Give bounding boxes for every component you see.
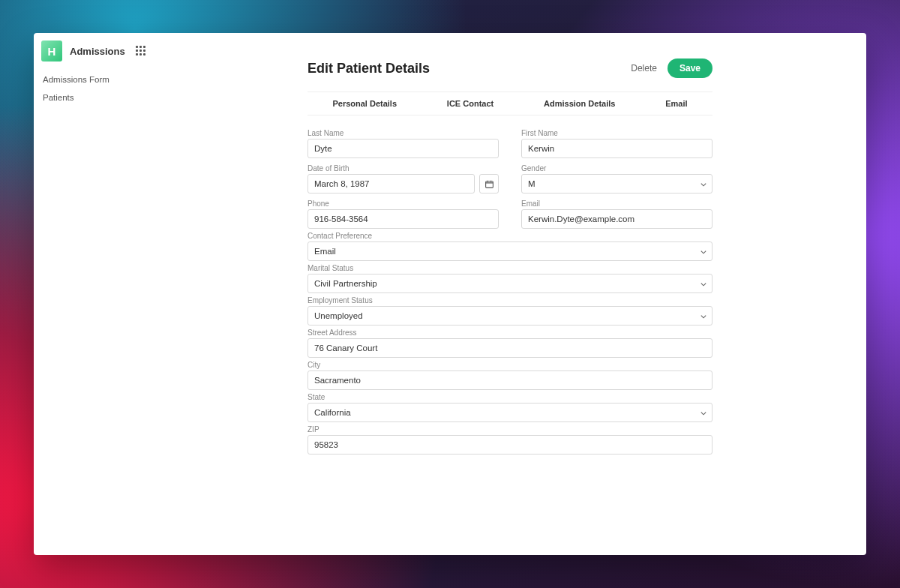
brand-row: H Admissions: [34, 40, 154, 70]
header-actions: Delete Save: [631, 58, 712, 78]
select-marital[interactable]: Civil Partnership: [308, 274, 712, 293]
label-last-name: Last Name: [308, 129, 499, 137]
page-title: Edit Patient Details: [308, 61, 430, 76]
label-zip: ZIP: [308, 425, 712, 434]
page-header: Edit Patient Details Delete Save: [308, 58, 712, 78]
nav-item-patients[interactable]: Patients: [34, 88, 154, 106]
input-phone[interactable]: [308, 209, 499, 229]
label-dob: Date of Birth: [308, 164, 499, 172]
label-marital: Marital Status: [308, 264, 712, 272]
apps-grid-icon[interactable]: [136, 46, 146, 56]
input-email[interactable]: [521, 209, 712, 229]
tab-ice-contact[interactable]: ICE Contact: [422, 92, 518, 115]
label-email: Email: [521, 200, 712, 208]
label-street: Street Address: [308, 328, 712, 337]
label-gender: Gender: [521, 164, 712, 172]
app-title: Admissions: [70, 46, 125, 57]
app-logo: H: [41, 40, 62, 62]
main-content: Edit Patient Details Delete Save Persona…: [154, 33, 866, 555]
select-state[interactable]: California: [308, 403, 712, 422]
label-contact-pref: Contact Preference: [308, 232, 712, 240]
delete-button[interactable]: Delete: [631, 63, 657, 74]
tab-admission-details[interactable]: Admission Details: [519, 92, 640, 115]
calendar-icon: [484, 179, 494, 189]
app-window: H Admissions Admissions Form Patients Ed…: [34, 33, 866, 555]
label-phone: Phone: [308, 200, 499, 208]
label-first-name: First Name: [521, 129, 712, 137]
input-first-name[interactable]: [521, 139, 712, 158]
input-city[interactable]: [308, 370, 712, 390]
form-wrap: Edit Patient Details Delete Save Persona…: [308, 58, 712, 540]
label-city: City: [308, 361, 712, 369]
calendar-button[interactable]: [479, 174, 499, 194]
form-body: Last Name First Name Date of Birth: [308, 116, 712, 454]
label-employment: Employment Status: [308, 296, 712, 304]
label-state: State: [308, 393, 712, 401]
input-zip[interactable]: [308, 435, 712, 454]
input-street[interactable]: [308, 338, 712, 358]
input-last-name[interactable]: [308, 139, 499, 158]
input-dob[interactable]: [308, 174, 475, 194]
nav-item-admissions-form[interactable]: Admissions Form: [34, 70, 154, 88]
sidebar: H Admissions Admissions Form Patients: [34, 33, 154, 555]
tab-email[interactable]: Email: [640, 92, 712, 115]
tab-personal-details[interactable]: Personal Details: [308, 92, 422, 115]
svg-rect-0: [485, 181, 493, 188]
select-employment[interactable]: Unemployed: [308, 306, 712, 326]
select-gender[interactable]: M: [521, 174, 712, 194]
select-contact-pref[interactable]: Email: [308, 242, 712, 261]
tabs: Personal Details ICE Contact Admission D…: [308, 92, 712, 116]
save-button[interactable]: Save: [668, 58, 712, 78]
